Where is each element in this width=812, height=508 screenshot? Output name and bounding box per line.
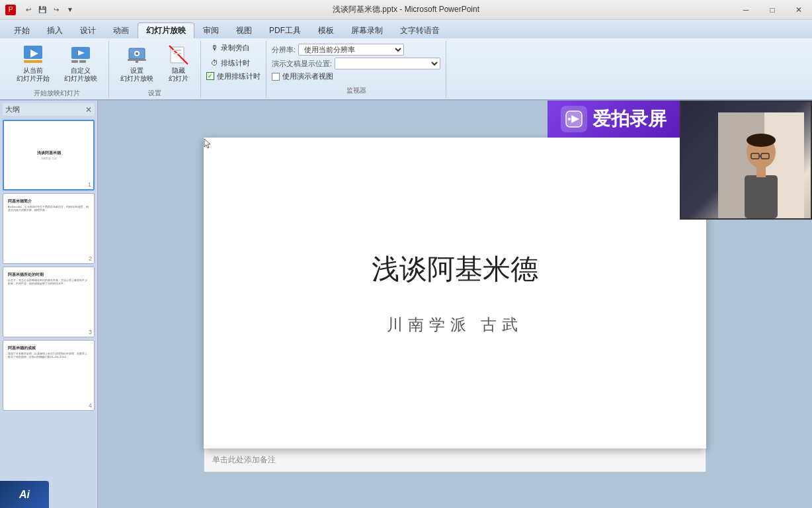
tab-slideshow[interactable]: 幻灯片放映 — [138, 22, 194, 38]
start-slideshow-buttons: 从当前幻灯片开始 自定义幻灯片放映 — [11, 41, 103, 86]
setup-buttons: 设置幻灯片放映 隐藏幻灯片 — [114, 41, 195, 86]
custom-icon — [70, 44, 91, 65]
ai-badge[interactable]: Ai — [0, 481, 49, 508]
notes-bar[interactable]: 单击此处添加备注 — [204, 448, 706, 472]
presenter-view-row: 使用演示者视图 — [272, 71, 440, 81]
webcam-feed — [681, 102, 811, 218]
setup-slideshow-button[interactable]: 设置幻灯片放映 — [114, 44, 159, 83]
monitor-group: 分辨率: 使用当前分辨率 演示文稿显示位置: 使用演示者视图 监视器 — [266, 41, 446, 98]
slide-panel-header: 大纲 ✕ — [3, 103, 95, 116]
svg-rect-15 — [173, 53, 181, 54]
custom-slideshow-button[interactable]: 自定义幻灯片放映 — [58, 44, 103, 83]
hide-label: 隐藏幻灯片 — [169, 67, 188, 83]
close-panel-button[interactable]: ✕ — [85, 105, 92, 114]
window-controls: ─ □ ✕ — [733, 0, 812, 20]
slide-4-num: 4 — [89, 402, 92, 409]
display-location-label: 演示文稿显示位置: — [272, 59, 332, 69]
close-button[interactable]: ✕ — [786, 0, 812, 20]
redo-button[interactable]: ↪ — [50, 4, 62, 16]
tab-tts[interactable]: 文字转语音 — [391, 22, 448, 38]
from-beginning-label: 从当前幻灯片开始 — [17, 67, 50, 83]
svg-point-11 — [136, 52, 138, 55]
record-narration-label: 录制旁白 — [221, 43, 250, 53]
display-location-row: 演示文稿显示位置: — [272, 58, 440, 69]
minimize-button[interactable]: ─ — [733, 0, 759, 20]
presenter-view-checkbox[interactable] — [272, 73, 280, 81]
start-slideshow-label: 开始放映幻灯片 — [11, 86, 103, 98]
ribbon: 开始 插入 设计 动画 幻灯片放映 审阅 视图 PDF工具 模板 屏幕录制 文字… — [0, 20, 812, 101]
brand-name: 爱拍录屏 — [592, 106, 667, 132]
start-slideshow-group: 从当前幻灯片开始 自定义幻灯片放映 开始放映幻灯片 — [5, 41, 109, 98]
tab-review[interactable]: 审阅 — [194, 22, 227, 38]
tab-insert[interactable]: 插入 — [38, 22, 71, 38]
thumb-3-title: 阿基米德所处的时期 — [8, 272, 89, 278]
slide-1-content: 浅谈阿基米德 川南学派 古武 — [7, 124, 91, 187]
use-timings-checkbox[interactable]: ✓ — [206, 72, 214, 80]
svg-rect-8 — [128, 59, 146, 61]
slide-2-content: 阿基米德简介 Archimedes，公元前287年生于西西里岛叙拉古，约前212… — [6, 196, 91, 261]
maximize-button[interactable]: □ — [759, 0, 786, 20]
slide-4-content: 阿基米德的成就 发现了许多数学定理，以及物理上的浮力原理和杠杆原理，在数学上推导… — [6, 343, 91, 407]
svg-rect-2 — [24, 60, 42, 63]
timer-icon: ⏱ — [211, 59, 218, 67]
resolution-select[interactable]: 使用当前分辨率 — [298, 44, 404, 56]
slide-main-title: 浅谈阿基米德 — [372, 251, 538, 288]
recording-overlay — [680, 101, 812, 220]
rehearse-timing-label: 排练计时 — [221, 58, 250, 68]
main-area: 大纲 ✕ 浅谈阿基米德 川南学派 古武 1 阿基米德简介 Ar — [0, 101, 812, 508]
tab-screenrecord[interactable]: 屏幕录制 — [343, 22, 391, 38]
svg-rect-14 — [173, 50, 181, 51]
tab-animation[interactable]: 动画 — [104, 22, 138, 38]
title-bar-left: P ↩ 💾 ↪ ▼ — [5, 4, 76, 16]
display-location-select[interactable] — [335, 58, 440, 69]
record-icon: 🎙 — [211, 44, 218, 52]
undo-button[interactable]: ↩ — [22, 4, 34, 16]
title-bar: P ↩ 💾 ↪ ▼ 浅谈阿基米德.pptx - Microsoft PowerP… — [0, 0, 812, 20]
svg-rect-26 — [745, 175, 778, 218]
setup-label-group: 设置 — [114, 86, 195, 98]
thumb-1-title: 浅谈阿基米德 — [37, 150, 61, 156]
window-title: 浅谈阿基米德.pptx - Microsoft PowerPoint — [333, 4, 479, 15]
slide-panel[interactable]: 大纲 ✕ 浅谈阿基米德 川南学派 古武 1 阿基米德简介 Ar — [0, 101, 98, 508]
tab-template[interactable]: 模板 — [309, 22, 343, 38]
hide-icon — [168, 44, 189, 65]
slide-thumb-2[interactable]: 阿基米德简介 Archimedes，公元前287年生于西西里岛叙拉古，约前212… — [3, 193, 95, 264]
setup-icon — [126, 44, 147, 65]
thumb-2-title: 阿基米德简介 — [8, 198, 89, 204]
main-content: 大纲 ✕ 浅谈阿基米德 川南学派 古武 1 阿基米德简介 Ar — [0, 101, 812, 508]
slide-thumb-1[interactable]: 浅谈阿基米德 川南学派 古武 1 — [3, 120, 95, 190]
slide-main-subtitle: 川南学派 古武 — [387, 314, 523, 335]
svg-rect-27 — [756, 167, 766, 177]
tab-pdf[interactable]: PDF工具 — [261, 22, 309, 38]
ribbon-tabs: 开始 插入 设计 动画 幻灯片放映 审阅 视图 PDF工具 模板 屏幕录制 文字… — [0, 20, 812, 38]
slide-thumb-4[interactable]: 阿基米德的成就 发现了许多数学定理，以及物理上的浮力原理和杠杆原理，在数学上推导… — [3, 340, 95, 411]
svg-rect-5 — [71, 60, 78, 63]
tab-view[interactable]: 视图 — [227, 22, 261, 38]
setup-group: 设置幻灯片放映 隐藏幻灯片 设置 — [109, 41, 201, 98]
brand-overlay: 爱拍录屏 — [548, 101, 680, 138]
tab-home[interactable]: 开始 — [5, 22, 38, 38]
slide-1-num: 1 — [88, 181, 91, 188]
hide-slide-button[interactable]: 隐藏幻灯片 — [162, 44, 195, 83]
slide-2-num: 2 — [89, 255, 92, 262]
ribbon-content: 从当前幻灯片开始 自定义幻灯片放映 开始放映幻灯片 — [0, 38, 812, 100]
from-beginning-button[interactable]: 从当前幻灯片开始 — [11, 44, 56, 83]
slide-thumb-3[interactable]: 阿基米德所处的时期 出生于，充当公元前希腊化时代的著名学者，文化心理上都受到不少… — [3, 267, 95, 337]
thumb-2-text: Archimedes，公元前287年生于西西里岛叙拉古，约前212年逝世，他是古… — [8, 206, 89, 212]
thumb-4-title: 阿基米德的成就 — [8, 345, 89, 351]
record-group: 🎙 录制旁白 ⏱ 排练计时 ✓ 使用排练计时 — [201, 41, 266, 98]
resolution-label: 分辨率: — [272, 45, 296, 55]
record-narration-button[interactable]: 🎙 录制旁白 — [206, 41, 261, 55]
svg-rect-6 — [79, 60, 86, 63]
monitor-group-label: 监视器 — [272, 83, 440, 95]
main-slide[interactable]: 浅谈阿基米德 川南学派 古武 — [204, 138, 706, 448]
thumb-4-text: 发现了许多数学定理，以及物理上的浮力原理和杠杆原理，在数学上推导了球的面积，还有… — [8, 353, 89, 359]
svg-rect-9 — [136, 61, 138, 63]
svg-point-28 — [747, 134, 776, 147]
tab-design[interactable]: 设计 — [71, 22, 104, 38]
app-icon: P — [5, 5, 16, 15]
thumb-1-subtitle: 川南学派 古武 — [40, 157, 57, 161]
customize-qa-button[interactable]: ▼ — [64, 4, 76, 16]
save-button[interactable]: 💾 — [36, 4, 48, 16]
rehearse-timing-button[interactable]: ⏱ 排练计时 — [206, 56, 261, 70]
